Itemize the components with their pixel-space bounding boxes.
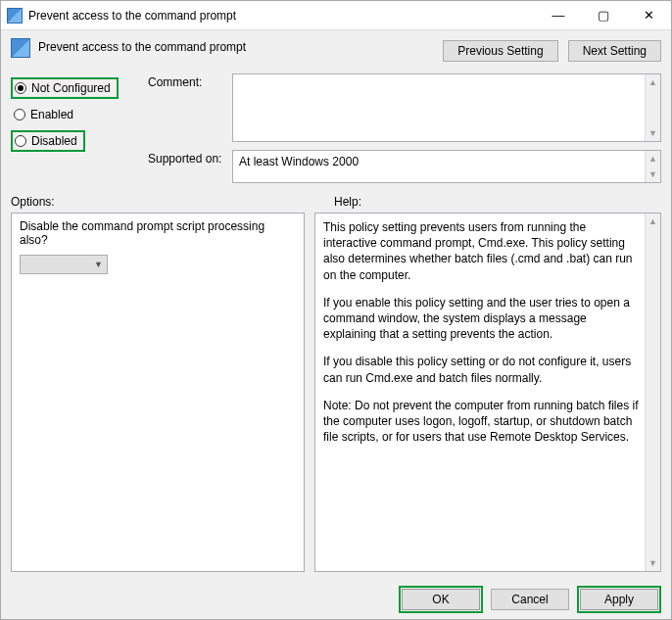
options-pane: Disable the command prompt script proces… — [11, 213, 305, 572]
chevron-down-icon: ▼ — [648, 167, 657, 182]
radio-disabled[interactable]: Disabled — [11, 130, 85, 152]
previous-setting-button[interactable]: Previous Setting — [443, 40, 557, 62]
radio-dot-icon — [15, 135, 26, 147]
comment-label: Comment: — [148, 73, 226, 89]
help-paragraph: If you enable this policy setting and th… — [323, 295, 639, 343]
titlebar: Prevent access to the command prompt ― ▢… — [1, 1, 671, 30]
help-section-label: Help: — [334, 195, 361, 209]
supported-on-label: Supported on: — [148, 150, 226, 166]
radio-label: Not Configured — [31, 81, 111, 95]
chevron-down-icon: ▼ — [648, 125, 657, 141]
ok-button[interactable]: OK — [402, 589, 480, 610]
radio-dot-icon — [15, 82, 26, 94]
chevron-down-icon: ▼ — [94, 260, 103, 269]
dialog-footer: OK Cancel Apply — [1, 580, 671, 619]
scrollbar[interactable]: ▲▼ — [645, 214, 660, 571]
policy-title: Prevent access to the command prompt — [38, 38, 435, 54]
group-policy-editor-window: Prevent access to the command prompt ― ▢… — [0, 0, 672, 620]
radio-enabled[interactable]: Enabled — [11, 107, 148, 122]
help-pane: This policy setting prevents users from … — [314, 213, 661, 572]
app-icon — [7, 8, 23, 24]
help-paragraph: This policy setting prevents users from … — [323, 219, 639, 283]
cancel-button[interactable]: Cancel — [491, 589, 569, 610]
scrollbar[interactable]: ▲▼ — [645, 74, 660, 141]
apply-button[interactable]: Apply — [580, 589, 658, 610]
policy-icon — [11, 38, 30, 58]
option-question-text: Disable the command prompt script proces… — [20, 219, 296, 247]
scrollbar[interactable]: ▲▼ — [645, 151, 660, 182]
option-dropdown[interactable]: ▼ — [20, 255, 108, 274]
radio-label: Enabled — [30, 108, 73, 121]
chevron-down-icon: ▼ — [648, 555, 657, 571]
minimize-button[interactable]: ― — [536, 1, 581, 30]
window-title: Prevent access to the command prompt — [28, 9, 236, 23]
maximize-button[interactable]: ▢ — [581, 1, 626, 30]
close-button[interactable]: ✕ — [626, 1, 671, 30]
next-setting-button[interactable]: Next Setting — [568, 40, 661, 62]
chevron-up-icon: ▲ — [648, 74, 657, 90]
radio-not-configured[interactable]: Not Configured — [11, 77, 119, 99]
help-paragraph: Note: Do not prevent the computer from r… — [323, 398, 639, 446]
chevron-up-icon: ▲ — [648, 214, 657, 229]
supported-on-field: At least Windows 2000 ▲▼ — [232, 150, 661, 183]
help-paragraph: If you disable this policy setting or do… — [323, 354, 639, 385]
radio-label: Disabled — [31, 134, 77, 148]
radio-dot-icon — [14, 109, 25, 120]
supported-on-value: At least Windows 2000 — [239, 155, 359, 168]
comment-textarea[interactable]: ▲▼ — [232, 73, 661, 142]
options-section-label: Options: — [11, 195, 334, 209]
chevron-up-icon: ▲ — [648, 151, 657, 167]
